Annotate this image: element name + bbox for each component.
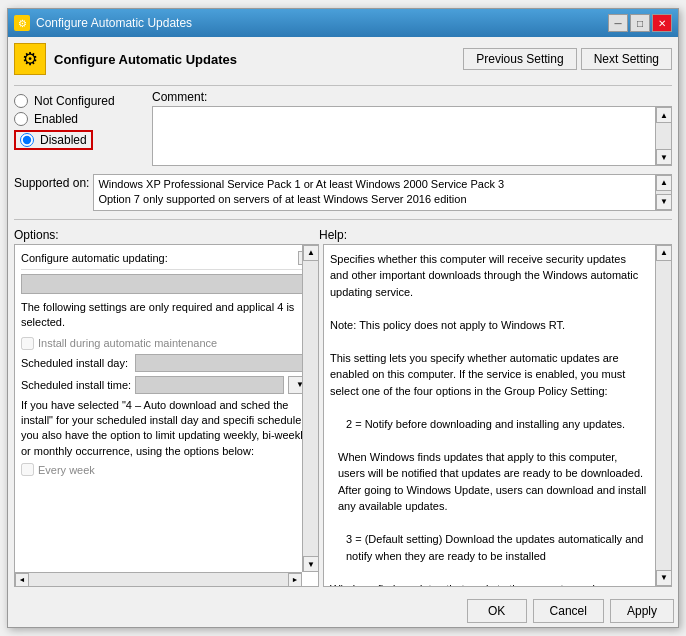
bottom-panels: Configure automatic updating: ▲ The foll… <box>14 244 672 587</box>
enabled-label: Enabled <box>34 112 78 126</box>
disabled-option[interactable]: Disabled <box>14 130 144 150</box>
help-para-5: When Windows finds updates that apply to… <box>338 449 647 515</box>
options-hscrollbar[interactable]: ◄ ► <box>15 572 302 586</box>
comment-area: Comment: ▲ ▼ <box>152 90 672 166</box>
options-note: If you have selected "4 – Auto download … <box>21 398 312 460</box>
configure-dropdown[interactable] <box>21 274 312 294</box>
help-vscroll-track <box>656 261 671 570</box>
divider-1 <box>14 85 672 86</box>
header-title: Configure Automatic Updates <box>54 52 237 67</box>
not-configured-label: Not Configured <box>34 94 115 108</box>
window-icon: ⚙ <box>14 15 30 31</box>
help-para-2: Note: This policy does not apply to Wind… <box>330 317 647 334</box>
supported-box: Windows XP Professional Service Pack 1 o… <box>93 174 672 211</box>
help-vscroll-up[interactable]: ▲ <box>656 245 672 261</box>
scheduled-day-input[interactable] <box>135 354 312 372</box>
options-panel-scrollbar[interactable]: ▲ ▼ <box>302 245 318 572</box>
close-button[interactable]: ✕ <box>652 14 672 32</box>
section-headers: Options: Help: <box>14 228 672 242</box>
options-vscroll-up[interactable]: ▲ <box>303 245 319 261</box>
options-hscroll-track <box>29 573 288 587</box>
header-icon: ⚙ <box>14 43 46 75</box>
window-title: Configure Automatic Updates <box>36 16 192 30</box>
help-para-3: This setting lets you specify whether au… <box>330 350 647 400</box>
supported-scroll-up[interactable]: ▲ <box>656 175 672 191</box>
ok-button[interactable]: OK <box>467 599 527 623</box>
install-maintenance-label: Install during automatic maintenance <box>38 337 217 349</box>
minimize-button[interactable]: ─ <box>608 14 628 32</box>
every-week-checkbox[interactable] <box>21 463 34 476</box>
scheduled-time-row: Scheduled install time: ▼ <box>21 376 312 394</box>
supported-text: Windows XP Professional Service Pack 1 o… <box>98 177 667 208</box>
disabled-label: Disabled <box>40 133 87 147</box>
divider-2 <box>14 219 672 220</box>
scheduled-day-label: Scheduled install day: <box>21 357 131 369</box>
every-week-option[interactable]: Every week <box>21 463 312 476</box>
disabled-highlight: Disabled <box>14 130 93 150</box>
options-hscroll-right[interactable]: ► <box>288 573 302 587</box>
install-maintenance-option[interactable]: Install during automatic maintenance <box>21 337 312 350</box>
every-week-label: Every week <box>38 464 95 476</box>
supported-scrollbar[interactable]: ▲ ▼ <box>655 175 671 210</box>
scheduled-time-label: Scheduled install time: <box>21 379 131 391</box>
help-section-label: Help: <box>319 228 672 242</box>
help-panel-scrollbar[interactable]: ▲ ▼ <box>655 245 671 586</box>
footer: OK Cancel Apply <box>8 593 678 627</box>
comment-scroll-track <box>656 123 671 149</box>
header-buttons: Previous Setting Next Setting <box>463 48 672 70</box>
enabled-radio[interactable] <box>14 112 28 126</box>
options-title: Configure automatic updating: <box>21 252 168 264</box>
options-hscroll-left[interactable]: ◄ <box>15 573 29 587</box>
header-title-box: ⚙ Configure Automatic Updates <box>14 43 237 75</box>
options-header: Configure automatic updating: ▲ <box>21 251 312 270</box>
radio-section: Not Configured Enabled Disabled <box>14 90 144 154</box>
prev-setting-button[interactable]: Previous Setting <box>463 48 576 70</box>
maximize-button[interactable]: □ <box>630 14 650 32</box>
not-configured-option[interactable]: Not Configured <box>14 94 144 108</box>
comment-scrollbar[interactable]: ▲ ▼ <box>655 107 671 165</box>
comment-box[interactable]: ▲ ▼ <box>152 106 672 166</box>
options-content: Configure automatic updating: ▲ The foll… <box>15 245 318 586</box>
help-para-1: Specifies whether this computer will rec… <box>330 251 647 301</box>
install-maintenance-checkbox[interactable] <box>21 337 34 350</box>
apply-button[interactable]: Apply <box>610 599 674 623</box>
supported-row: Supported on: Windows XP Professional Se… <box>14 174 672 211</box>
help-para-4: 2 = Notify before downloading and instal… <box>346 416 647 433</box>
main-window: ⚙ Configure Automatic Updates ─ □ ✕ ⚙ Co… <box>7 8 679 628</box>
header-row: ⚙ Configure Automatic Updates Previous S… <box>14 43 672 75</box>
supported-scroll-down[interactable]: ▼ <box>656 194 672 210</box>
disabled-radio[interactable] <box>20 133 34 147</box>
options-panel: Configure automatic updating: ▲ The foll… <box>14 244 319 587</box>
cancel-button[interactable]: Cancel <box>533 599 604 623</box>
not-configured-radio[interactable] <box>14 94 28 108</box>
supported-label: Supported on: <box>14 174 89 190</box>
comment-scroll-down[interactable]: ▼ <box>656 149 672 165</box>
options-vscroll-track <box>303 261 318 556</box>
title-bar: ⚙ Configure Automatic Updates ─ □ ✕ <box>8 9 678 37</box>
help-para-7: Windows finds updates that apply to the … <box>330 581 647 587</box>
title-bar-left: ⚙ Configure Automatic Updates <box>14 15 192 31</box>
help-panel: Specifies whether this computer will rec… <box>323 244 672 587</box>
title-buttons: ─ □ ✕ <box>608 14 672 32</box>
options-section-label: Options: <box>14 228 319 242</box>
help-text: Specifies whether this computer will rec… <box>330 251 665 587</box>
scheduled-time-input[interactable] <box>135 376 284 394</box>
dialog-content: ⚙ Configure Automatic Updates Previous S… <box>8 37 678 593</box>
options-description: The following settings are only required… <box>21 300 312 331</box>
enabled-option[interactable]: Enabled <box>14 112 144 126</box>
comment-scroll-up[interactable]: ▲ <box>656 107 672 123</box>
scheduled-day-row: Scheduled install day: <box>21 354 312 372</box>
comment-label: Comment: <box>152 90 672 104</box>
next-setting-button[interactable]: Next Setting <box>581 48 672 70</box>
help-para-6: 3 = (Default setting) Download the updat… <box>346 531 647 564</box>
help-vscroll-down[interactable]: ▼ <box>656 570 672 586</box>
options-vscroll-down[interactable]: ▼ <box>303 556 319 572</box>
